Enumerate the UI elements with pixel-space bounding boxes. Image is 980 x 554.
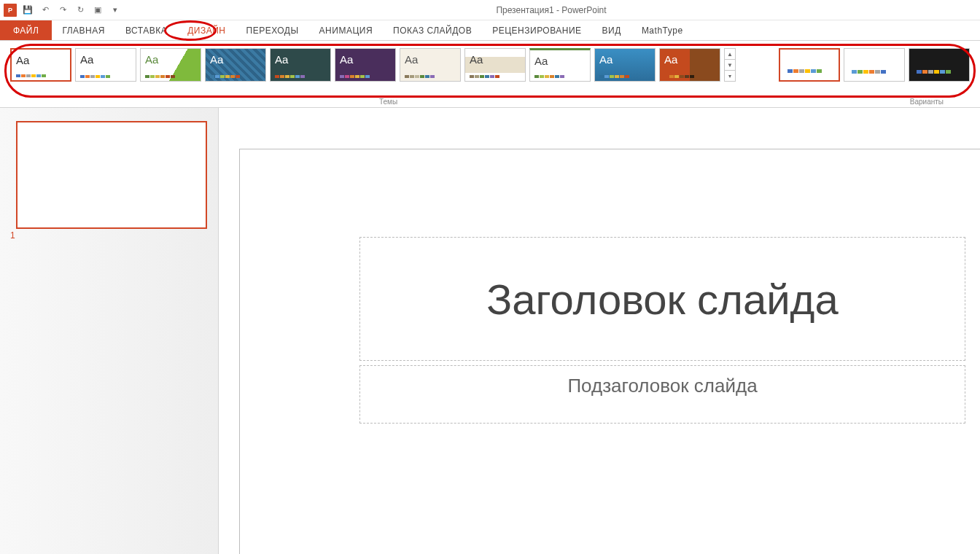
title-placeholder[interactable]: Заголовок слайда: [359, 237, 965, 361]
tab-insert[interactable]: ВСТАВКА: [115, 20, 177, 40]
variant-thumb-2[interactable]: [909, 48, 970, 82]
theme-swatch-row: [340, 75, 370, 78]
tab-review[interactable]: РЕЦЕНЗИРОВАНИЕ: [482, 20, 591, 40]
theme-aa-label: Aa: [340, 53, 353, 66]
variant-swatch-row: [788, 69, 822, 73]
workspace: 1 Заголовок слайда Подзаголовок слайда: [0, 108, 980, 554]
save-icon[interactable]: 💾: [20, 3, 35, 17]
themes-scroll-icon[interactable]: ▼: [725, 60, 735, 71]
tab-animation[interactable]: АНИМАЦИЯ: [309, 20, 383, 40]
theme-swatch-row: [275, 75, 305, 78]
subtitle-placeholder[interactable]: Подзаголовок слайда: [359, 365, 965, 424]
themes-scroll-icon[interactable]: ▾: [725, 71, 735, 81]
theme-thumb-4[interactable]: Aa: [270, 48, 331, 82]
theme-aa-label: Aa: [470, 53, 483, 66]
theme-swatch-row: [405, 75, 435, 78]
theme-thumb-0[interactable]: Aa: [10, 48, 71, 82]
window-title: Презентация1 - PowerPoint: [122, 5, 980, 15]
variant-swatch-row: [852, 70, 886, 74]
theme-aa-label: Aa: [145, 53, 158, 66]
theme-thumb-3[interactable]: Aa: [205, 48, 266, 82]
slide-thumbnail-1[interactable]: [16, 121, 207, 229]
theme-thumb-10[interactable]: Aa: [659, 48, 720, 82]
theme-aa-label: Aa: [16, 54, 29, 66]
theme-thumb-1[interactable]: Aa: [75, 48, 136, 82]
repeat-icon[interactable]: ↻: [73, 3, 88, 17]
theme-swatch-row: [210, 75, 240, 78]
quick-access-toolbar: P 💾 ↶ ↷ ↻ ▣ ▾: [0, 3, 122, 17]
theme-thumb-7[interactable]: Aa: [464, 48, 526, 82]
subtitle-placeholder-text: Подзаголовок слайда: [567, 375, 757, 397]
theme-aa-label: Aa: [275, 53, 288, 66]
tab-view[interactable]: ВИД: [592, 20, 631, 40]
title-bar: P 💾 ↶ ↷ ↻ ▣ ▾ Презентация1 - PowerPoint: [0, 0, 980, 20]
theme-swatch-row: [16, 74, 46, 77]
redo-icon[interactable]: ↷: [55, 3, 70, 17]
tab-design[interactable]: ДИЗАЙН: [177, 20, 236, 40]
themes-more-button[interactable]: ▲▼▾: [724, 48, 736, 82]
variant-thumb-1[interactable]: [844, 48, 905, 82]
ribbon-content: AaAaAaAaAaAaAaAaAaAaAa▲▼▾ Темы Варианты: [0, 41, 980, 108]
theme-thumb-6[interactable]: Aa: [400, 48, 461, 82]
tab-slideshow[interactable]: ПОКАЗ СЛАЙДОВ: [383, 20, 482, 40]
theme-aa-label: Aa: [534, 55, 548, 67]
theme-aa-label: Aa: [599, 53, 612, 66]
theme-thumb-2[interactable]: Aa: [140, 48, 201, 82]
theme-thumb-9[interactable]: Aa: [594, 48, 656, 82]
themes-group-label: Темы: [379, 98, 397, 106]
themes-scroll-icon[interactable]: ▲: [725, 49, 735, 60]
theme-thumb-8[interactable]: Aa: [529, 48, 591, 82]
theme-aa-label: Aa: [405, 53, 418, 66]
theme-swatch-row: [145, 75, 175, 78]
slide-canvas[interactable]: Заголовок слайда Подзаголовок слайда: [239, 149, 980, 554]
slide-number: 1: [10, 230, 15, 241]
theme-aa-label: Aa: [210, 53, 223, 66]
variant-thumb-0[interactable]: [779, 48, 840, 82]
theme-swatch-row: [534, 75, 564, 78]
slide-canvas-area: Заголовок слайда Подзаголовок слайда: [219, 108, 980, 554]
themes-gallery: AaAaAaAaAaAaAaAaAaAaAa▲▼▾: [10, 48, 736, 82]
tab-file[interactable]: ФАЙЛ: [0, 20, 52, 40]
slide-thumbnail-panel: [0, 108, 219, 554]
theme-swatch-row: [80, 75, 110, 78]
variants-group-label: Варианты: [910, 98, 944, 106]
tab-home[interactable]: ГЛАВНАЯ: [52, 20, 115, 40]
theme-swatch-row: [470, 75, 499, 78]
title-placeholder-text: Заголовок слайда: [486, 275, 838, 324]
variants-gallery: [779, 48, 970, 82]
theme-swatch-row: [599, 75, 629, 78]
variant-swatch-row: [917, 70, 951, 74]
ribbon-tabs: ФАЙЛ ГЛАВНАЯ ВСТАВКА ДИЗАЙН ПЕРЕХОДЫ АНИ…: [0, 20, 980, 41]
theme-thumb-5[interactable]: Aa: [335, 48, 396, 82]
tab-mathtype[interactable]: MathType: [631, 20, 693, 40]
undo-icon[interactable]: ↶: [38, 3, 52, 17]
qat-dropdown-icon[interactable]: ▾: [108, 3, 122, 17]
theme-aa-label: Aa: [80, 53, 93, 66]
app-badge: P: [3, 3, 18, 17]
theme-aa-label: Aa: [664, 53, 677, 66]
theme-swatch-row: [664, 75, 694, 78]
tab-transitions[interactable]: ПЕРЕХОДЫ: [236, 20, 309, 40]
start-slideshow-icon[interactable]: ▣: [90, 3, 105, 17]
